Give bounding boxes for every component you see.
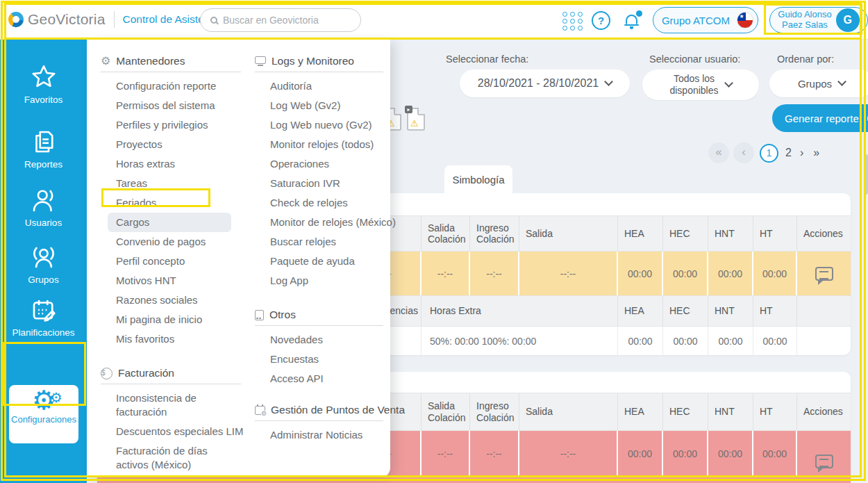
mantenedores-items: Configuración reporte Permisos del siste…: [101, 72, 241, 349]
pagination-page-2[interactable]: 2: [785, 147, 792, 159]
gear-icon: ⚙: [101, 56, 110, 67]
sidebar-item-favoritos[interactable]: Favoritos: [0, 63, 87, 105]
order-filter-select[interactable]: Grupos: [769, 69, 868, 97]
menu-item-monitor-de-relojes-mexico[interactable]: Monitor de relojes (México): [270, 213, 383, 232]
cell-hea: 00:00: [618, 327, 663, 355]
cell-hec: 00:00: [663, 252, 708, 295]
comment-icon[interactable]: [815, 267, 833, 281]
cell-ingreso-colacion: --:--: [470, 431, 519, 476]
pagination-prev-button[interactable]: ‹: [733, 142, 754, 163]
user-filter-select[interactable]: Todos losdisponibles: [642, 69, 759, 100]
menu-item-auditoria[interactable]: Auditoría: [270, 76, 383, 96]
menu-item-cargos[interactable]: Cargos: [108, 213, 231, 232]
col-header-hea: HEA: [618, 216, 663, 251]
menu-item-administrar-noticias[interactable]: Administrar Noticias: [270, 425, 383, 445]
date-range-picker[interactable]: 28/10/2021 - 28/10/2021: [460, 69, 630, 97]
sidebar-item-grupos[interactable]: Grupos: [0, 243, 87, 285]
divider: [114, 11, 115, 28]
user-filter-value: Todos losdisponibles: [669, 73, 718, 97]
menu-item-mi-pagina-de-inicio[interactable]: Mi pagina de inicio: [116, 310, 241, 329]
menu-item-buscar-relojes[interactable]: Buscar relojes: [270, 232, 383, 252]
menu-item-razones-sociales[interactable]: Razones sociales: [116, 290, 241, 310]
menu-item-log-app[interactable]: Log App: [270, 271, 383, 290]
cell-hnt: 00:00: [708, 431, 753, 476]
menu-item-configuracion-reporte[interactable]: Configuración reporte: [116, 76, 241, 96]
menu-item-horas-extras[interactable]: Horas extras: [116, 154, 241, 174]
menu-item-facturacion-dias-activos-mexico[interactable]: Facturación de días activos (México): [116, 441, 241, 475]
menu-item-log-web-gv2[interactable]: Log Web (Gv2): [270, 96, 383, 115]
menu-item-convenio-de-pagos[interactable]: Convenio de pagos: [116, 232, 241, 252]
comment-icon[interactable]: [815, 455, 833, 468]
cell-ht: 00:00: [753, 327, 797, 355]
menu-item-operaciones[interactable]: Operaciones: [270, 154, 383, 174]
sidebar-item-planificaciones[interactable]: Planificaciones: [0, 295, 87, 338]
col-header-hnt: HNT: [708, 393, 753, 430]
documents-icon: [29, 127, 58, 156]
sidebar-item-reportes[interactable]: Reportes: [0, 127, 87, 170]
apps-grid-icon[interactable]: [562, 12, 583, 31]
menu-item-acceso-api[interactable]: Acceso API: [270, 369, 383, 388]
notifications-button[interactable]: [622, 10, 643, 31]
notification-dot: [636, 10, 642, 17]
menu-item-perfil-concepto[interactable]: Perfil concepto: [116, 252, 241, 271]
menu-item-paquete-de-ayuda[interactable]: Paquete de ayuda: [270, 252, 383, 271]
logs-items: Auditoría Log Web (Gv2) Log Web nuevo (G…: [255, 72, 383, 290]
sidebar-item-configuraciones-active[interactable]: ⚙ Configuraciones: [9, 385, 78, 443]
group-selector-button[interactable]: Grupo ATCOM: [653, 7, 758, 33]
group-name: Grupo ATCOM: [662, 15, 730, 26]
order-filter-label: Ordenar por:: [777, 54, 834, 65]
generate-report-button[interactable]: Generar reporte: [772, 104, 868, 132]
menu-item-tareas[interactable]: Tareas: [116, 174, 241, 193]
clipboard-icon: [255, 310, 264, 320]
gestion-pdv-items: Administrar Noticias: [255, 421, 383, 445]
menu-item-log-web-nuevo-gv2[interactable]: Log Web nuevo (Gv2): [270, 115, 383, 135]
pagination-first-button[interactable]: «: [708, 142, 729, 163]
menu-item-monitor-relojes-todos[interactable]: Monitor relojes (todos): [270, 135, 383, 154]
section-facturacion: $ Facturación: [101, 367, 241, 384]
cell-salida-colacion: --:--: [422, 252, 470, 295]
help-icon[interactable]: ?: [592, 11, 610, 30]
col-header-ht: HT: [753, 393, 797, 430]
cell-ingreso-colacion: --:--: [470, 252, 519, 295]
section-logs-y-monitoreo: Logs y Monitoreo: [255, 55, 383, 72]
global-search[interactable]: [200, 8, 361, 32]
col-header-salida-colacion: Salida Colación: [422, 216, 470, 251]
group-icon: [29, 243, 58, 272]
menu-item-inconsistencia-de-facturacion[interactable]: Inconsistencia de facturación: [116, 388, 241, 422]
cell-hec: 00:00: [663, 431, 708, 476]
user-menu-button[interactable]: Guido AlonsoPaez Salas G: [769, 7, 868, 33]
cell-hnt: 00:00: [708, 252, 753, 295]
menu-item-check-de-relojes[interactable]: Check de relojes: [270, 193, 383, 213]
star-icon: [29, 63, 58, 92]
menu-item-descuentos-especiales-lim[interactable]: Descuentos especiales LIM: [116, 422, 241, 441]
generate-report-label: Generar reporte: [785, 113, 859, 124]
menu-item-mis-favoritos[interactable]: Mis favoritos: [116, 329, 241, 349]
menu-item-saturacion-ivr[interactable]: Saturacion IVR: [270, 174, 383, 193]
col-header-salida: Salida: [519, 216, 618, 251]
geovictoria-logo[interactable]: GeoVictoria: [8, 11, 106, 28]
pagination-page-1-current[interactable]: 1: [760, 144, 778, 163]
menu-item-motivos-hnt[interactable]: Motivos HNT: [116, 271, 241, 290]
col-header-horas-extra: Horas Extra: [422, 296, 618, 326]
pagination-last-button[interactable]: »: [813, 147, 819, 159]
export-file-send-warning-icon[interactable]: ▸⚠: [407, 108, 425, 131]
cell-salida: --:--: [519, 252, 618, 295]
pagination-next-button[interactable]: ›: [800, 147, 803, 159]
menu-item-perfiles-y-privilegios[interactable]: Perfiles y privilegios: [116, 115, 241, 135]
menu-item-encuestas[interactable]: Encuestas: [270, 350, 383, 369]
scrollbar-thumb[interactable]: [864, 154, 868, 195]
menu-item-novedades[interactable]: Novedades: [270, 330, 383, 350]
tab-simbologia[interactable]: Simbología: [444, 165, 512, 194]
logo-text: GeoVictoria: [28, 11, 106, 28]
sidebar-item-usuarios[interactable]: Usuarios: [0, 186, 87, 228]
search-input[interactable]: [223, 15, 341, 26]
col-header-hnt: HNT: [708, 296, 753, 326]
menu-item-feriados[interactable]: Feriados: [116, 193, 241, 213]
col-header-acciones: Acciones: [797, 393, 851, 430]
user-name: Guido AlonsoPaez Salas: [778, 10, 831, 31]
geovictoria-app: Seleccionar fecha: 28/10/2021 - 28/10/20…: [0, 0, 868, 483]
cell-salida: --:--: [519, 431, 618, 476]
menu-item-permisos-del-sistema[interactable]: Permisos del sistema: [116, 96, 241, 115]
configuration-mega-menu: ⚙ Mantenedores Configuración reporte Per…: [87, 40, 390, 477]
menu-item-proyectos[interactable]: Proyectos: [116, 135, 241, 154]
